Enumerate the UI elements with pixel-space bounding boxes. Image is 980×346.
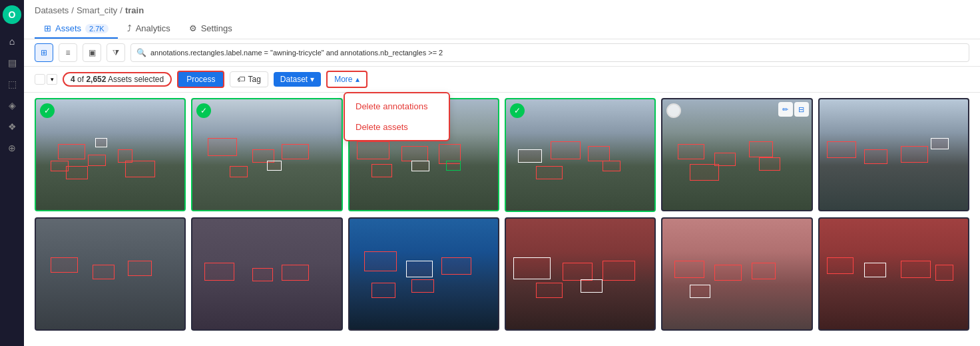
annotations-6 [820, 99, 968, 210]
ann-box [518, 149, 542, 163]
ann-box [752, 263, 776, 279]
ann-box [357, 141, 389, 159]
dataset-label: Dataset [280, 75, 308, 84]
breadcrumb-smart-city[interactable]: Smart_city [77, 5, 117, 15]
tab-assets[interactable]: ⊞ Assets 2.7K [35, 19, 118, 39]
view-icon-btn[interactable]: ⊟ [794, 102, 809, 117]
ann-box [901, 261, 931, 279]
image-cell-7[interactable] [35, 217, 186, 331]
view-image-btn[interactable]: ▣ [83, 43, 101, 62]
select-all-checkbox[interactable] [35, 74, 45, 85]
search-input[interactable]: annotations.rectangles.label.name = "awn… [150, 49, 963, 57]
ann-box [411, 279, 433, 293]
selected-count: 4 [71, 75, 75, 84]
ann-box [204, 263, 234, 281]
tab-analytics-icon: ⤴ [127, 23, 132, 33]
tag-icon: 🏷 [237, 75, 245, 84]
image-cell-12[interactable] [818, 217, 969, 331]
search-bar: 🔍 annotations.rectangles.label.name = "a… [130, 43, 969, 62]
ann-box [603, 261, 635, 281]
ann-box [864, 149, 888, 164]
ann-box [513, 257, 551, 279]
ann-box [690, 164, 720, 181]
check-overlay-4: ✓ [510, 103, 525, 118]
filter-btn[interactable]: ⧩ [107, 43, 125, 62]
ann-box [901, 146, 927, 163]
ann-box [588, 146, 611, 161]
process-button[interactable]: Process [177, 71, 224, 88]
ann-box [678, 144, 704, 159]
ann-box [95, 138, 107, 147]
annotations-12 [820, 219, 968, 329]
tab-settings[interactable]: ⚙ Settings [180, 19, 242, 39]
delete-assets-item[interactable]: Delete assets [345, 117, 449, 137]
action-icons-5: ✏ ⊟ [778, 102, 809, 117]
ann-box [536, 166, 563, 179]
edit-icon-btn[interactable]: ✏ [778, 102, 793, 117]
annotations-8 [192, 219, 341, 329]
sidebar-icon-home[interactable]: ⌂ [3, 32, 21, 51]
ann-box [441, 257, 471, 275]
annotations-1 [36, 99, 184, 210]
sidebar-icon-tag[interactable]: ◈ [3, 96, 21, 115]
ann-box [51, 161, 69, 172]
ann-box [603, 161, 620, 172]
check-overlay-1: ✓ [40, 103, 55, 118]
annotations-10 [506, 219, 654, 330]
breadcrumb: Datasets / Smart_city / train [35, 5, 969, 15]
tab-assets-icon: ⊞ [44, 23, 51, 33]
image-cell-2[interactable]: ✓ [191, 98, 342, 211]
image-cell-11[interactable] [661, 217, 812, 331]
tab-assets-badge: 2.7K [85, 24, 109, 33]
select-chevron[interactable]: ▾ [47, 74, 57, 85]
sidebar-icon-layers[interactable]: ❖ [3, 117, 21, 136]
more-button[interactable]: More ▴ [326, 71, 367, 88]
image-cell-9[interactable] [348, 217, 499, 331]
delete-annotations-item[interactable]: Delete annotations [345, 96, 449, 117]
image-cell-1[interactable]: ✓ [35, 98, 186, 211]
ann-box [267, 161, 282, 171]
ann-box [827, 141, 857, 158]
sidebar-icon-globe[interactable]: ⊕ [3, 139, 21, 157]
app-logo[interactable]: O [3, 5, 21, 24]
breadcrumb-datasets[interactable]: Datasets [35, 5, 69, 15]
ann-box [714, 265, 741, 280]
ann-box [125, 161, 155, 177]
more-chevron-icon: ▴ [356, 75, 360, 84]
ann-box [935, 265, 953, 280]
image-cell-10[interactable] [505, 217, 656, 331]
image-cell-4[interactable]: ✓ [505, 98, 656, 212]
main-content: Datasets / Smart_city / train ⊞ Assets 2… [24, 0, 980, 346]
more-label: More [334, 75, 352, 84]
image-cell-6[interactable] [818, 98, 969, 211]
tag-button[interactable]: 🏷 Tag [230, 71, 268, 87]
sidebar-icon-database[interactable]: ▤ [3, 53, 21, 72]
ann-box [282, 265, 308, 280]
tab-analytics[interactable]: ⤴ Analytics [118, 19, 180, 39]
ann-box [674, 261, 704, 279]
ann-box [536, 283, 563, 298]
tab-settings-icon: ⚙ [189, 23, 197, 33]
sidebar: O ⌂ ▤ ⬚ ◈ ❖ ⊕ [0, 0, 24, 346]
sidebar-icon-chart[interactable]: ⬚ [3, 75, 21, 93]
annotations-11 [662, 219, 811, 329]
ann-box [759, 157, 780, 171]
breadcrumb-train[interactable]: train [125, 5, 144, 15]
annotations-9 [350, 219, 498, 329]
ann-box [93, 265, 115, 279]
ann-box [864, 263, 886, 277]
image-grid-area: ✓ ✓ [24, 93, 980, 346]
selected-info: 4 of 2,652 Assets selected [63, 72, 172, 87]
tag-label: Tag [248, 75, 260, 84]
view-list-btn[interactable]: ≡ [59, 43, 77, 62]
view-grid-btn[interactable]: ⊞ [35, 43, 53, 62]
dataset-button[interactable]: Dataset ▾ [274, 72, 321, 87]
ann-box [58, 144, 85, 159]
ann-box [551, 141, 581, 159]
more-dropdown: Delete annotations Delete assets [344, 92, 450, 141]
image-cell-8[interactable] [191, 217, 342, 331]
tab-settings-label: Settings [201, 23, 232, 33]
image-cell-5[interactable]: ✏ ⊟ [661, 98, 812, 211]
ann-box [128, 261, 152, 276]
ann-box [446, 161, 461, 171]
